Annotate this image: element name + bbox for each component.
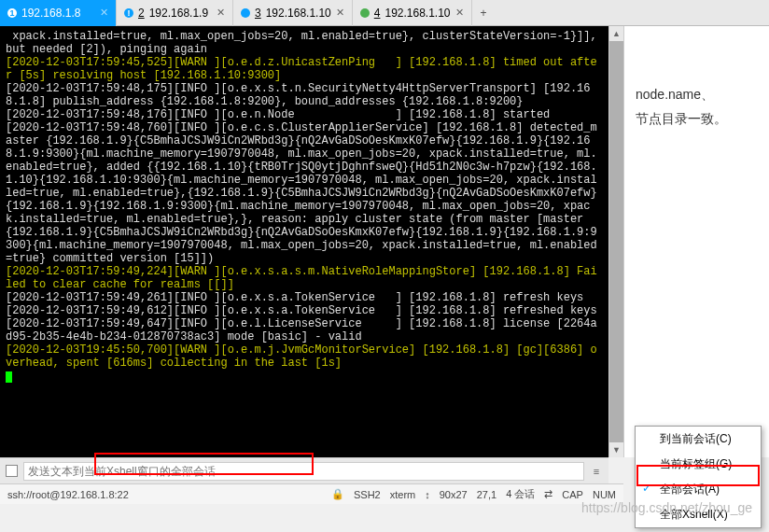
status-num: NUM	[593, 489, 616, 500]
scroll-thumb[interactable]	[609, 41, 623, 442]
lock-icon: 🔒	[331, 488, 344, 500]
status-size: 90x27	[440, 489, 468, 500]
status-cap: CAP	[562, 489, 583, 500]
tab-4[interactable]: 4 192.168.1.10 ✕	[353, 0, 472, 26]
status-term: xterm	[390, 489, 416, 500]
menu-item-current-session[interactable]: 到当前会话(C)	[636, 427, 761, 452]
send-target-menu-button[interactable]: ≡	[590, 466, 603, 477]
tabs-bar: 1 192.168.1.8 ✕ ! 2 192.168.1.9 ✕ 3 192.…	[0, 0, 769, 26]
status-connection: ssh://root@192.168.1.8:22	[7, 489, 129, 500]
watermark-text: https://blog.csdn.net/zhou_ge	[581, 500, 752, 515]
menu-item-current-tabgroup[interactable]: 当前标签组(G)	[636, 452, 761, 477]
scrollbar[interactable]: ▲ ▼	[608, 26, 623, 457]
tab-close-icon[interactable]: ✕	[217, 7, 225, 19]
scroll-up-icon[interactable]: ▲	[609, 26, 623, 41]
tab-2[interactable]: ! 2 192.168.1.9 ✕	[117, 0, 233, 26]
terminal-output[interactable]: xpack.installed=true, ml.max_open_jobs=2…	[0, 26, 608, 457]
status-cursor-pos: 27,1	[477, 489, 496, 500]
send-input-bar: ≡	[0, 457, 608, 483]
tab-close-icon[interactable]: ✕	[455, 7, 464, 19]
main-row: xpack.installed=true, ml.max_open_jobs=2…	[0, 26, 769, 457]
status-bar: ssh://root@192.168.1.8:22 🔒 SSH2 xterm ↕…	[0, 483, 623, 504]
tab-close-icon[interactable]: ✕	[100, 7, 108, 19]
side-text-1: node.name、	[636, 82, 760, 106]
tab-host: 192.168.1.9	[149, 7, 208, 20]
status-dot-icon	[241, 8, 250, 18]
scroll-down-icon[interactable]: ▼	[609, 442, 623, 457]
tab-num: 4	[374, 7, 381, 20]
network-icon: ⇄	[544, 488, 552, 500]
status-dot-icon: 1	[7, 8, 17, 18]
resize-icon: ↕	[425, 489, 430, 500]
alert-dot-icon: !	[124, 8, 133, 18]
send-text-input[interactable]	[23, 462, 584, 481]
tab-host: 192.168.1.10	[384, 7, 450, 20]
send-checkbox[interactable]	[6, 465, 18, 477]
tab-1[interactable]: 1 192.168.1.8 ✕	[0, 0, 117, 26]
status-sessions: 4 会话	[506, 487, 535, 501]
status-dot-icon	[360, 8, 370, 18]
menu-item-all-sessions[interactable]: 全部会话(A)	[636, 477, 761, 502]
tab-close-icon[interactable]: ✕	[336, 7, 344, 19]
side-panel: node.name、 节点目录一致。	[623, 26, 769, 457]
tab-num: 2	[138, 7, 145, 20]
tab-host: 192.168.1.8	[21, 7, 80, 20]
tab-num: 3	[255, 7, 261, 20]
new-tab-button[interactable]: +	[472, 0, 496, 26]
tab-3[interactable]: 3 192.168.1.10 ✕	[233, 0, 353, 26]
tab-host: 192.168.1.10	[266, 7, 331, 20]
terminal-pane: xpack.installed=true, ml.max_open_jobs=2…	[0, 26, 608, 457]
side-text-2: 节点目录一致。	[636, 106, 760, 131]
status-protocol: SSH2	[354, 489, 381, 500]
